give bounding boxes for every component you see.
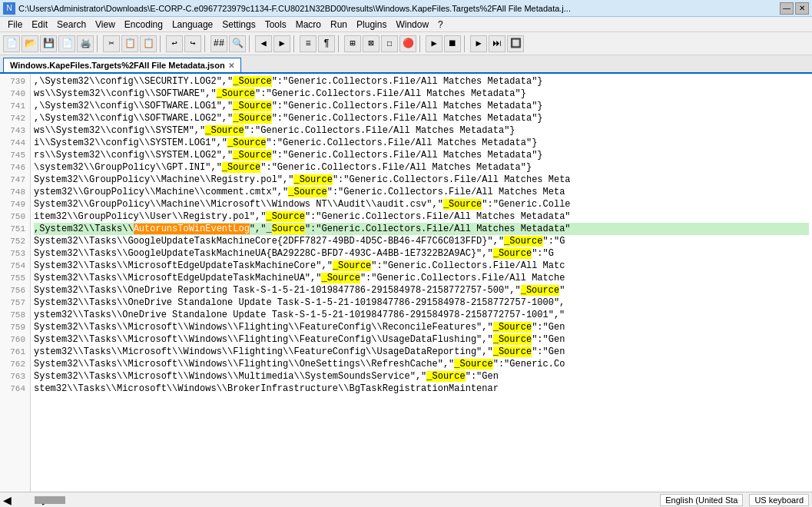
toolbar-button-13[interactable]: ## (210, 35, 227, 52)
code-line: System32\\GroupPolicy\\Machine\\Registry… (34, 174, 809, 186)
toolbar-button-17[interactable]: ▶ (273, 35, 290, 52)
toolbar-button-19[interactable]: ≡ (300, 35, 317, 52)
menu-item-search[interactable]: Search (52, 18, 91, 31)
menu-item-settings[interactable]: Settings (217, 18, 260, 31)
code-line: System32\\Tasks\\Microsoft\\Windows\\Mul… (34, 370, 809, 383)
editor-area: 7397407417427437447457467477487497507517… (0, 74, 812, 492)
code-line: System32\\Tasks\\Microsoft\\Windows\\Fli… (34, 333, 809, 346)
code-line: ystem32\\Tasks\\OneDrive Standalone Upda… (34, 309, 809, 321)
menu-item-view[interactable]: View (91, 18, 120, 31)
line-number: 751 (0, 223, 30, 235)
status-bar: ◀ ▶ English (United Sta US keyboard (0, 492, 812, 507)
menu-item-file[interactable]: File (3, 18, 27, 31)
menu-item-window[interactable]: Window (391, 18, 433, 31)
line-number: 747 (0, 174, 30, 186)
toolbar-button-10[interactable]: ↩ (166, 35, 183, 52)
title-path: C:\Users\Administrator\Downloads\E-CORP-… (18, 4, 780, 13)
toolbar: 📄📂💾📄🖨️✂️📋📋↩↪##🔍◀▶≡¶⊞⊠☐🔴▶⏹▶⏭🔲 (0, 32, 812, 55)
line-number: 739 (0, 75, 30, 88)
line-number: 742 (0, 112, 30, 124)
toolbar-button-30[interactable]: ▶ (470, 35, 487, 52)
toolbar-button-32[interactable]: 🔲 (507, 35, 524, 52)
language-badge[interactable]: English (United Sta (660, 494, 743, 506)
scroll-left-button[interactable]: ◀ (3, 494, 12, 506)
toolbar-button-28[interactable]: ⏹ (444, 35, 461, 52)
toolbar-button-31[interactable]: ⏭ (489, 35, 505, 52)
line-number: 752 (0, 235, 30, 247)
toolbar-button-25[interactable]: 🔴 (399, 35, 416, 52)
tab-label: Windows.KapeFiles.Targets%2FAll File Met… (10, 61, 225, 70)
tab-close-button[interactable]: ✕ (228, 61, 234, 70)
menu-item-tools[interactable]: Tools (260, 18, 291, 31)
code-line: System32\\Tasks\\OneDrive Reporting Task… (34, 284, 809, 297)
toolbar-button-16[interactable]: ◀ (255, 35, 272, 52)
menu-item-run[interactable]: Run (326, 18, 352, 31)
language-label: English (United Sta (665, 495, 737, 505)
menu-item-plugins[interactable]: Plugins (352, 18, 391, 31)
code-line: stem32\\Tasks\\Microsoft\\Windows\\Broke… (34, 383, 809, 395)
code-line: System32\\GroupPolicy\\Machine\\Microsof… (34, 198, 809, 210)
code-content: ,\System32\\config\\SECURITY.LOG2","_Sou… (31, 74, 812, 492)
line-number: 754 (0, 260, 30, 272)
toolbar-button-14[interactable]: 🔍 (229, 35, 246, 52)
minimize-button[interactable]: — (780, 2, 794, 15)
toolbar-button-7[interactable]: 📋 (121, 35, 138, 52)
toolbar-button-20[interactable]: ¶ (318, 35, 335, 52)
toolbar-button-8[interactable]: 📋 (140, 35, 157, 52)
line-number: 759 (0, 321, 30, 333)
code-line: rs\\System32\\config\\SYSTEM.LOG2","_Sou… (34, 149, 809, 161)
code-line: System32\\Tasks\\GoogleUpdateTaskMachine… (34, 247, 809, 260)
toolbar-separator-12 (204, 35, 207, 52)
code-line: ws\\System32\\config\\SOFTWARE","_Source… (34, 88, 809, 100)
status-left: ◀ ▶ (3, 494, 51, 506)
close-button[interactable]: ✕ (795, 2, 809, 15)
code-line: ,System32\\Tasks\\AutorunsToWinEventLog"… (34, 223, 809, 235)
line-number: 761 (0, 346, 30, 358)
status-right: English (United Sta US keyboard (660, 494, 809, 506)
menu-item-edit[interactable]: Edit (27, 18, 52, 31)
code-line: i\\System32\\config\\SYSTEM.LOG1","_Sour… (34, 137, 809, 149)
toolbar-button-24[interactable]: ☐ (381, 35, 398, 52)
toolbar-button-4[interactable]: 🖨️ (77, 35, 94, 52)
line-number: 758 (0, 309, 30, 321)
menu-item-macro[interactable]: Macro (291, 18, 326, 31)
menu-item-?[interactable]: ? (433, 18, 448, 31)
code-line: ,\System32\\config\\SOFTWARE.LOG2","_Sou… (34, 112, 809, 124)
tab-main[interactable]: Windows.KapeFiles.Targets%2FAll File Met… (3, 58, 241, 72)
toolbar-button-23[interactable]: ⊠ (363, 35, 379, 52)
code-line: \system32\\GroupPolicy\\GPT.INI","_Sourc… (34, 161, 809, 174)
toolbar-button-2[interactable]: 💾 (40, 35, 57, 52)
line-number: 744 (0, 137, 30, 149)
toolbar-separator-15 (249, 35, 252, 52)
code-line: System32\\Tasks\\OneDrive Standalone Upd… (34, 297, 809, 309)
code-line: ws\\System32\\config\\SYSTEM","_Source":… (34, 124, 809, 137)
toolbar-button-11[interactable]: ↪ (184, 35, 201, 52)
line-number: 749 (0, 198, 30, 210)
toolbar-button-0[interactable]: 📄 (3, 35, 20, 52)
line-number: 762 (0, 358, 30, 370)
code-line: ystem32\\GroupPolicy\\Machine\\comment.c… (34, 186, 809, 198)
keyboard-label: US keyboard (754, 495, 804, 505)
code-line: item32\\GroupPolicy\\User\\Registry.pol"… (34, 210, 809, 223)
toolbar-separator-26 (419, 35, 423, 52)
toolbar-button-27[interactable]: ▶ (426, 35, 442, 52)
line-number: 743 (0, 124, 30, 137)
line-number: 740 (0, 88, 30, 100)
code-line: ,\System32\\config\\SECURITY.LOG2","_Sou… (34, 75, 809, 88)
toolbar-button-1[interactable]: 📂 (22, 35, 38, 52)
line-number: 763 (0, 370, 30, 383)
toolbar-button-6[interactable]: ✂️ (103, 35, 120, 52)
code-line: ,\System32\\config\\SOFTWARE.LOG1","_Sou… (34, 100, 809, 112)
line-numbers: 7397407417427437447457467477487497507517… (0, 74, 31, 492)
menu-item-encoding[interactable]: Encoding (120, 18, 167, 31)
title-bar: N C:\Users\Administrator\Downloads\E-COR… (0, 0, 812, 17)
menu-item-language[interactable]: Language (167, 18, 217, 31)
toolbar-separator-5 (97, 35, 100, 52)
keyboard-badge[interactable]: US keyboard (749, 494, 809, 506)
tab-bar: Windows.KapeFiles.Targets%2FAll File Met… (0, 55, 812, 74)
toolbar-button-3[interactable]: 📄 (58, 35, 75, 52)
line-number: 746 (0, 161, 30, 174)
line-number: 748 (0, 186, 30, 198)
line-number: 760 (0, 333, 30, 346)
toolbar-button-22[interactable]: ⊞ (344, 35, 361, 52)
